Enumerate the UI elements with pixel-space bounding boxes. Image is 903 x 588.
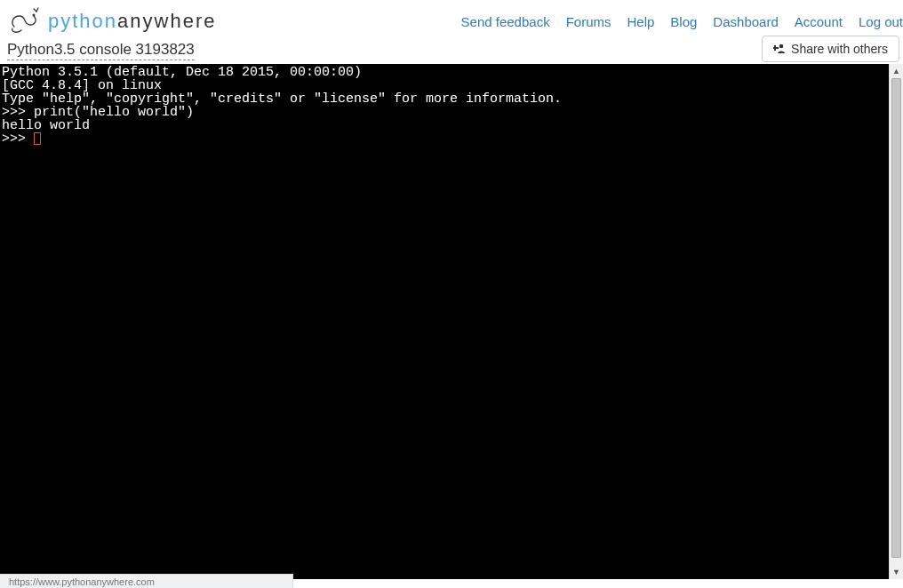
terminal-line: >>> print("hello world")	[2, 106, 889, 119]
terminal-cursor	[34, 132, 41, 145]
vertical-scrollbar[interactable]: ▲ ▼	[889, 64, 903, 579]
scroll-up-arrow-icon[interactable]: ▲	[890, 64, 903, 78]
add-user-icon	[773, 43, 786, 55]
terminal-line: hello world	[2, 119, 889, 132]
top-nav: Send feedback Forums Help Blog Dashboard…	[461, 14, 903, 29]
share-button-label: Share with others	[791, 42, 888, 56]
terminal-prompt-line: >>>	[2, 132, 889, 146]
terminal-line: Type "help", "copyright", "credits" or "…	[2, 92, 889, 106]
nav-dashboard[interactable]: Dashboard	[713, 14, 778, 29]
subheader: Python3.5 console 3193823 Share with oth…	[0, 41, 903, 64]
terminal-line: [GCC 4.8.4] on linux	[2, 79, 889, 92]
terminal[interactable]: Python 3.5.1 (default, Dec 18 2015, 00:0…	[0, 64, 889, 579]
scroll-down-arrow-icon[interactable]: ▼	[890, 565, 903, 579]
nav-send-feedback[interactable]: Send feedback	[461, 14, 550, 29]
nav-forums[interactable]: Forums	[566, 14, 611, 29]
logo[interactable]: pythonanywhere	[7, 7, 216, 36]
status-url: https://www.pythonanywhere.com	[9, 576, 155, 587]
browser-status-bar: https://www.pythonanywhere.com	[0, 574, 293, 588]
svg-point-0	[33, 14, 36, 17]
snake-logo-icon	[7, 7, 43, 36]
svg-point-6	[779, 44, 784, 49]
svg-line-2	[34, 9, 36, 12]
console-title[interactable]: Python3.5 console 3193823	[7, 41, 195, 60]
nav-logout[interactable]: Log out	[859, 14, 903, 29]
terminal-prompt: >>>	[2, 131, 34, 147]
nav-blog[interactable]: Blog	[670, 14, 697, 29]
share-button[interactable]: Share with others	[762, 36, 899, 62]
scrollbar-thumb[interactable]	[891, 78, 901, 558]
terminal-line: Python 3.5.1 (default, Dec 18 2015, 00:0…	[2, 66, 889, 79]
svg-rect-8	[773, 47, 778, 49]
terminal-container: Python 3.5.1 (default, Dec 18 2015, 00:0…	[0, 64, 903, 579]
nav-help[interactable]: Help	[627, 14, 654, 29]
logo-text: pythonanywhere	[48, 10, 216, 33]
nav-account[interactable]: Account	[795, 14, 843, 29]
